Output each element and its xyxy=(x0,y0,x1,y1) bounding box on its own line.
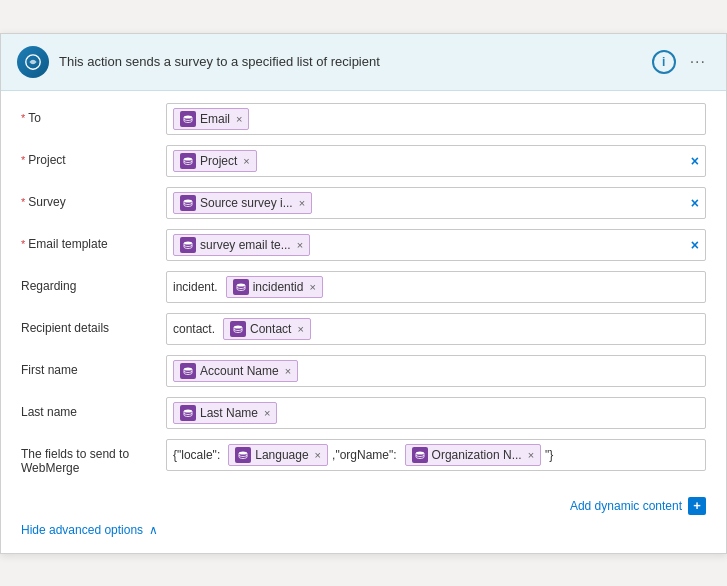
regarding-prefix: incident. xyxy=(173,280,222,294)
regarding-token-incidentid: incidentid × xyxy=(226,276,323,298)
add-dynamic-content-button[interactable]: + xyxy=(688,497,706,515)
first-name-label: First name xyxy=(21,355,166,377)
to-row: * To Email × xyxy=(21,103,706,137)
token-db-icon xyxy=(230,321,246,337)
svg-point-4 xyxy=(184,241,192,244)
add-dynamic-content-row: Add dynamic content + xyxy=(21,497,706,515)
token-db-icon xyxy=(180,237,196,253)
svg-point-3 xyxy=(184,199,192,202)
token-db-icon xyxy=(180,111,196,127)
svg-point-6 xyxy=(234,325,242,328)
first-name-token-account-name: Account Name × xyxy=(173,360,298,382)
email-template-label: * Email template xyxy=(21,229,166,251)
survey-token: Source survey i... × xyxy=(173,192,312,214)
webmerge-token-org: Organization N... × xyxy=(405,444,541,466)
svg-point-5 xyxy=(237,283,245,286)
regarding-field[interactable]: incident. incidentid × xyxy=(166,271,706,303)
first-name-token-close[interactable]: × xyxy=(285,365,291,377)
token-db-icon xyxy=(180,363,196,379)
add-dynamic-content-link[interactable]: Add dynamic content xyxy=(570,499,682,513)
first-name-field[interactable]: Account Name × xyxy=(166,355,706,387)
to-field[interactable]: Email × xyxy=(166,103,706,135)
token-db-icon xyxy=(233,279,249,295)
card-footer: Add dynamic content + Hide advanced opti… xyxy=(1,491,726,553)
survey-row: * Survey Source survey i... × × xyxy=(21,187,706,221)
hide-advanced-label: Hide advanced options xyxy=(21,523,143,537)
project-row: * Project Project × × xyxy=(21,145,706,179)
project-clear-button[interactable]: × xyxy=(691,153,699,169)
svg-point-10 xyxy=(416,451,424,454)
email-template-clear-button[interactable]: × xyxy=(691,237,699,253)
token-db-icon xyxy=(180,153,196,169)
hide-advanced-options-button[interactable]: Hide advanced options ∧ xyxy=(21,523,706,541)
chevron-up-icon: ∧ xyxy=(149,523,158,537)
email-template-field[interactable]: survey email te... × × xyxy=(166,229,706,261)
email-template-token: survey email te... × xyxy=(173,234,310,256)
webmerge-prefix-text: {"locale": xyxy=(173,448,224,462)
svg-point-9 xyxy=(239,451,247,454)
app-icon xyxy=(17,46,49,78)
card-body: * To Email × * Project xyxy=(1,91,726,491)
survey-token-close[interactable]: × xyxy=(299,197,305,209)
last-name-token-close[interactable]: × xyxy=(264,407,270,419)
survey-label: * Survey xyxy=(21,187,166,209)
survey-clear-button[interactable]: × xyxy=(691,195,699,211)
more-options-button[interactable]: ··· xyxy=(686,53,710,71)
info-button[interactable]: i xyxy=(652,50,676,74)
survey-field[interactable]: Source survey i... × × xyxy=(166,187,706,219)
to-token-close[interactable]: × xyxy=(236,113,242,125)
email-template-token-close[interactable]: × xyxy=(297,239,303,251)
project-field[interactable]: Project × × xyxy=(166,145,706,177)
recipient-details-label: Recipient details xyxy=(21,313,166,335)
last-name-row: Last name Last Name × xyxy=(21,397,706,431)
regarding-label: Regarding xyxy=(21,271,166,293)
email-template-row: * Email template survey email te... × × xyxy=(21,229,706,263)
token-db-icon xyxy=(180,405,196,421)
last-name-field[interactable]: Last Name × xyxy=(166,397,706,429)
first-name-row: First name Account Name × xyxy=(21,355,706,389)
recipient-prefix: contact. xyxy=(173,322,219,336)
svg-point-7 xyxy=(184,367,192,370)
token-db-icon xyxy=(180,195,196,211)
last-name-label: Last name xyxy=(21,397,166,419)
to-label: * To xyxy=(21,103,166,125)
project-token-close[interactable]: × xyxy=(243,155,249,167)
header-title: This action sends a survey to a specifie… xyxy=(59,54,642,69)
svg-point-8 xyxy=(184,409,192,412)
action-card: This action sends a survey to a specifie… xyxy=(0,33,727,554)
webmerge-middle-text: ,"orgName": xyxy=(332,448,401,462)
recipient-details-token-close[interactable]: × xyxy=(297,323,303,335)
recipient-details-field[interactable]: contact. Contact × xyxy=(166,313,706,345)
token-db-icon xyxy=(235,447,251,463)
webmerge-token-language: Language × xyxy=(228,444,328,466)
regarding-token-close[interactable]: × xyxy=(309,281,315,293)
webmerge-label: The fields to send to WebMerge xyxy=(21,439,166,475)
recipient-details-token: Contact × xyxy=(223,318,311,340)
svg-point-2 xyxy=(184,157,192,160)
last-name-token: Last Name × xyxy=(173,402,277,424)
svg-point-1 xyxy=(184,115,192,118)
webmerge-row: The fields to send to WebMerge {"locale"… xyxy=(21,439,706,475)
project-label: * Project xyxy=(21,145,166,167)
webmerge-language-token-close[interactable]: × xyxy=(315,449,321,461)
project-token: Project × xyxy=(173,150,257,172)
webmerge-field[interactable]: {"locale": Language × ,"orgName": Organi… xyxy=(166,439,706,471)
webmerge-suffix-text: "} xyxy=(545,448,557,462)
webmerge-org-token-close[interactable]: × xyxy=(528,449,534,461)
card-header: This action sends a survey to a specifie… xyxy=(1,34,726,91)
to-token-email: Email × xyxy=(173,108,249,130)
token-db-icon xyxy=(412,447,428,463)
regarding-row: Regarding incident. incidentid × xyxy=(21,271,706,305)
recipient-details-row: Recipient details contact. Contact × xyxy=(21,313,706,347)
